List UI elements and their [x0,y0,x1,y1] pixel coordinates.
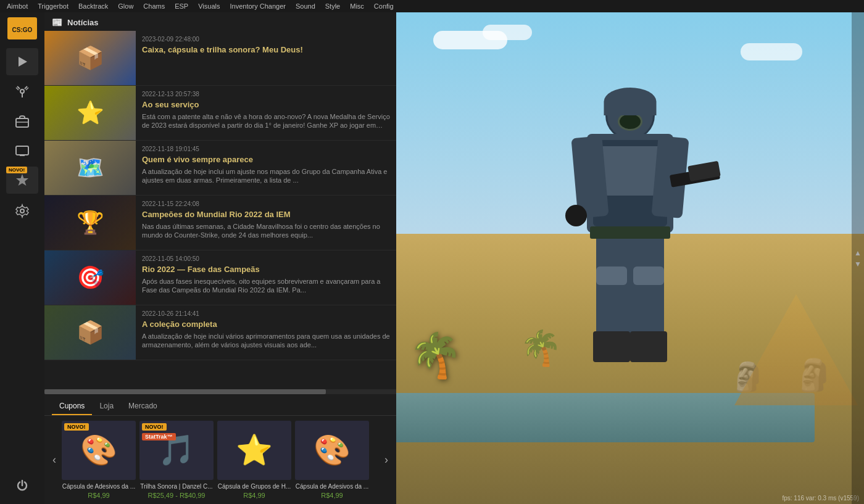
shop-items-container: ‹ NOVO!🎨Cápsula de Adesivos da ...R$4,99… [44,416,396,504]
shop-item-name-2: Cápsula de Grupos de H... [217,482,291,490]
news-date-2: 2022-11-18 19:01:45 [142,146,390,152]
news-scrollbar[interactable] [44,389,396,394]
menu-inventory[interactable]: Inventory Changer [225,1,290,11]
shop-tabs: Cupons Loja Mercado [44,394,396,416]
sidebar-watch-button[interactable] [6,137,38,164]
news-icon: 📰 [52,17,62,27]
shop-item-2[interactable]: ⭐Cápsula de Grupos de H...R$4,99 [217,421,291,499]
shop-item-price-3: R$4,99 [295,492,369,499]
right-scroll-arrows: ▲ ▼ [852,12,864,504]
news-date-5: 2022-10-26 21:14:41 [142,310,390,317]
sidebar-antenna-button[interactable] [6,78,38,105]
sidebar-power-button[interactable] [6,472,38,499]
menu-esp[interactable]: ESP [170,1,193,11]
news-scrollbar-thumb[interactable] [44,389,326,394]
center-panel: 📰 Notícias 📦2023-02-09 22:48:00Caixa, cá… [44,12,396,504]
shop-item-1[interactable]: NOVO!StatTrak™🎵Trilha Sonora | Danzel C.… [139,421,214,499]
news-title: Notícias [67,18,99,27]
tab-loja[interactable]: Loja [92,399,121,415]
background-scene: 🌴 🌴 🗿 🗿 [396,12,864,504]
news-title-3: Campeões do Mundial Rio 2022 da IEM [142,210,390,220]
news-date-3: 2022-11-15 22:24:08 [142,200,390,207]
hud-info: fps: 116 var: 0.3 ms (v1559) [782,495,859,502]
sidebar-new-item-wrapper: NOVO! [6,167,38,194]
shop-item-0[interactable]: NOVO!🎨Cápsula de Adesivos da ...R$4,99 [62,421,136,499]
news-excerpt-2: A atualização de hoje inclui um ajuste n… [142,167,390,185]
news-item-1[interactable]: ⭐2022-12-13 20:57:38Ao seu serviçoEstá c… [44,86,396,141]
news-title-2: Quem é vivo sempre aparece [142,155,390,165]
menu-sound[interactable]: Sound [291,1,320,11]
shop-item-3[interactable]: 🎨Cápsula de Adesivos da ...R$4,99 [295,421,369,499]
svg-point-3 [20,89,24,93]
menu-chams[interactable]: Chams [139,1,169,11]
news-item-4[interactable]: 🎯2022-11-05 14:00:50Rio 2022 — Fase das … [44,250,396,305]
shop-item-name-1: Trilha Sonora | Danzel C... [139,482,214,490]
news-item-0[interactable]: 📦2023-02-09 22:48:00Caixa, cápsula e tri… [44,31,396,86]
menu-aimbot[interactable]: Aimbot [2,1,32,11]
shop-item-name-3: Cápsula de Adesivos da ... [295,482,369,490]
fps-value: 116 [794,495,804,502]
fps-label: fps: [782,495,792,502]
menu-config[interactable]: Config [370,1,398,11]
svg-rect-7 [16,146,28,155]
scroll-down-arrow[interactable]: ▼ [854,260,862,268]
news-section: 📰 Notícias 📦2023-02-09 22:48:00Caixa, cá… [44,12,396,394]
svg-text:CS:GO: CS:GO [12,27,33,33]
game-background: 🌴 🌴 🗿 🗿 [396,12,864,504]
tab-cupons[interactable]: Cupons [52,399,92,415]
shop-item-new-badge-1: NOVO! [142,423,167,431]
menu-glow[interactable]: Glow [114,1,138,11]
var-value: 0.3 [818,495,826,502]
var-label: var: [806,495,816,502]
tab-mercado[interactable]: Mercado [121,399,165,415]
news-excerpt-4: Após duas fases inesquecíveis, oito equi… [142,277,390,295]
ms-label: ms [828,495,836,502]
svg-point-10 [20,209,24,213]
news-date-1: 2022-12-13 20:57:38 [142,91,390,97]
sidebar-play-button[interactable] [6,48,38,75]
menu-style[interactable]: Style [321,1,344,11]
news-title-5: A coleção completa [142,320,390,329]
csgo-logo: CS:GO [6,16,38,41]
news-excerpt-5: A atualização de hoje inclui vários apri… [142,332,390,350]
news-excerpt-1: Está com a patente alta e não vê a hora … [142,112,390,130]
news-date-4: 2022-11-05 14:00:50 [142,255,390,262]
palm-tree-left: 🌴 [409,330,462,381]
news-title-0: Caixa, cápsula e trilha sonora? Meu Deus… [142,45,390,55]
sidebar-inventory-button[interactable] [6,107,38,134]
sidebar: CS:GO [0,12,44,504]
shop-item-price-0: R$4,99 [62,492,136,499]
svg-rect-5 [16,118,28,127]
ct-character [513,91,747,492]
news-excerpt-3: Nas duas últimas semanas, a Cidade Marav… [142,222,390,240]
top-menu-bar: Aimbot Triggerbot Backtrack Glow Chams E… [0,0,864,12]
news-title-1: Ao seu serviço [142,100,390,110]
main-area: CS:GO [0,12,864,504]
menu-visuals[interactable]: Visuals [194,1,224,11]
sidebar-settings-button[interactable] [6,197,38,225]
menu-triggerbot[interactable]: Triggerbot [33,1,73,11]
news-list[interactable]: 📦2023-02-09 22:48:00Caixa, cápsula e tri… [44,31,396,389]
shop-item-price-2: R$4,99 [217,492,291,499]
scroll-up-arrow[interactable]: ▲ [854,249,862,257]
svg-marker-2 [19,57,27,67]
shop-items: NOVO!🎨Cápsula de Adesivos da ...R$4,99NO… [62,421,379,499]
shop-item-price-1: R$25,49 - R$40,99 [139,492,214,499]
shop-next-button[interactable]: › [379,421,394,499]
news-item-5[interactable]: 📦2022-10-26 21:14:41A coleção completaA … [44,305,396,360]
news-header: 📰 Notícias [44,12,396,31]
menu-backtrack[interactable]: Backtrack [74,1,112,11]
menu-misc[interactable]: Misc [346,1,368,11]
news-item-2[interactable]: 🗺️2022-11-18 19:01:45Quem é vivo sempre … [44,141,396,196]
news-date-0: 2023-02-09 22:48:00 [142,36,390,43]
shop-item-new-badge-0: NOVO! [64,423,89,431]
news-item-3[interactable]: 🏆2022-11-15 22:24:08Campeões do Mundial … [44,196,396,250]
sidebar-new-item-button[interactable] [6,167,38,194]
news-title-4: Rio 2022 — Fase das Campeãs [142,265,390,275]
shop-prev-button[interactable]: ‹ [47,421,62,499]
shop-item-name-0: Cápsula de Adesivos da ... [62,482,136,490]
shop-item-stattrak-badge-1: StatTrak™ [142,433,176,440]
